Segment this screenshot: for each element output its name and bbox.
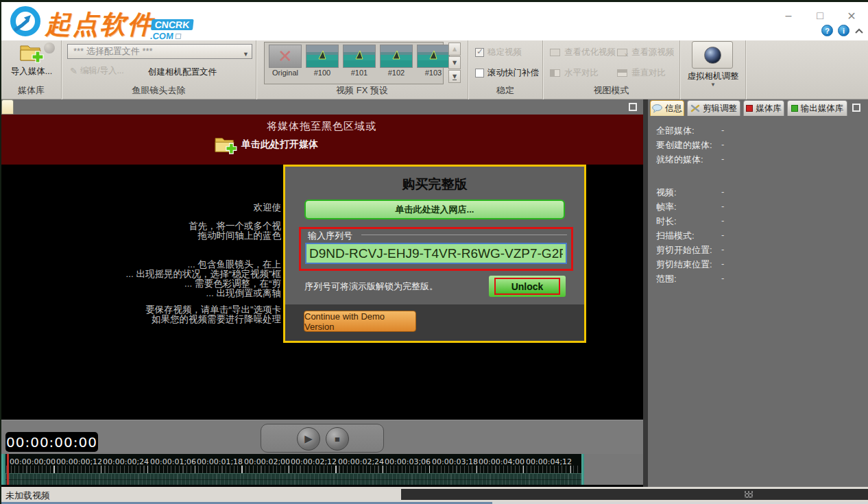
info-row: 帧率:- xyxy=(656,201,862,215)
welcome-line: 如果您的视频需要进行降噪处理 xyxy=(0,315,281,324)
panel-collapse-icon[interactable] xyxy=(852,104,860,112)
info-value: - xyxy=(721,187,724,201)
import-media-button[interactable]: 导入媒体... xyxy=(5,43,58,77)
profile-select-dropdown[interactable]: *** 选择配置文件 *** ▼ xyxy=(67,44,252,59)
info-row: 要创建的媒体:- xyxy=(656,139,862,154)
info-value: - xyxy=(721,215,724,230)
group-label-fisheye: 鱼眼镜头去除 xyxy=(62,84,256,97)
panel-splitter[interactable] xyxy=(643,99,648,487)
stop-button[interactable]: ■ xyxy=(326,427,349,451)
open-media-button[interactable]: 单击此处打开媒体 xyxy=(214,135,318,154)
brand-badge-bottom: .COM xyxy=(149,31,174,41)
preset-103[interactable]: #103 xyxy=(417,45,450,77)
titlebar: 起点软件 CNCRK .COM – □ ✕ ? i xyxy=(1,2,868,40)
web-shop-button[interactable]: 单击此处进入网店... xyxy=(304,200,565,219)
stabilize-video-checkbox[interactable]: 稳定视频 xyxy=(475,47,522,58)
timeline-end-marker[interactable] xyxy=(581,454,584,485)
create-camera-profile-button[interactable]: 创建相机配置文件 xyxy=(148,65,217,78)
timeline-ruler-ticks xyxy=(1,466,584,473)
info-value: - xyxy=(721,273,724,287)
continue-demo-label: Continue with Demo Version xyxy=(304,311,415,332)
preset-100[interactable]: #100 xyxy=(306,45,339,77)
serial-number-group: 输入序列号 xyxy=(299,227,573,271)
video-panel-tab[interactable] xyxy=(1,99,14,115)
purchase-dialog: 购买完整版 单击此处进入网店... 输入序列号 序列号可将演示版解锁为完整版。 … xyxy=(283,165,586,343)
ribbon-group-stabilize: 稳定视频 滚动快门补偿 稳定 xyxy=(468,40,543,99)
view-source-button[interactable]: 查看源视频 xyxy=(617,47,675,58)
side-panel-tabs: 信息 剪辑调整 媒体库 输出媒体库 xyxy=(648,100,868,116)
chevron-down-icon: ▼ xyxy=(680,82,746,88)
close-button[interactable]: ✕ xyxy=(838,8,865,24)
minimize-button[interactable]: – xyxy=(775,8,802,24)
tab-output-library[interactable]: 输出媒体库 xyxy=(787,100,847,116)
info-value: - xyxy=(721,139,724,154)
app-window: 起点软件 CNCRK .COM – □ ✕ ? i 导入媒体... xyxy=(0,0,868,504)
virtual-camera-button[interactable] xyxy=(692,41,733,69)
drop-media-band[interactable]: 将媒体拖至黑色区域或 单击此处打开媒体 xyxy=(0,115,643,165)
drop-hint-text: 将媒体拖至黑色区域或 xyxy=(0,120,643,133)
scroll-end-button[interactable]: ▼ xyxy=(448,70,461,83)
timeline-playhead[interactable] xyxy=(7,454,9,485)
info-row: 就绪的媒体:- xyxy=(656,154,862,168)
continue-demo-button[interactable]: Continue with Demo Version xyxy=(304,311,416,332)
welcome-line: 拖动时间轴上的蓝色 xyxy=(0,231,281,241)
unlock-button[interactable]: Unlock xyxy=(489,276,566,297)
tab-info[interactable]: 信息 xyxy=(650,100,684,116)
compare-vertical-button[interactable]: 垂直对比 xyxy=(617,67,666,79)
open-media-label: 单击此处打开媒体 xyxy=(241,139,318,151)
preset-label: #102 xyxy=(380,69,413,77)
timeline-track[interactable]: 00:00:00;00 00:00:00;12 00:00:00;24 00:0… xyxy=(1,454,584,485)
timeline-start-marker[interactable] xyxy=(1,454,5,485)
scroll-down-button[interactable]: ▼ xyxy=(448,56,461,69)
checkbox-checked-icon xyxy=(475,48,484,57)
view-optimized-button[interactable]: 查看优化视频 xyxy=(550,47,616,58)
preset-102[interactable]: #102 xyxy=(380,45,413,77)
video-panel-header xyxy=(0,99,643,115)
panel-maximize-icon[interactable] xyxy=(629,103,637,111)
group-label-media-library: 媒体库 xyxy=(1,84,61,97)
preset-original-thumbnail xyxy=(269,45,302,68)
preset-thumbnail xyxy=(380,45,413,68)
transport-controls: ▶ ■ xyxy=(261,424,384,453)
dialog-title: 购买完整版 xyxy=(285,176,584,193)
tab-info-label: 信息 xyxy=(665,103,682,115)
rolling-shutter-checkbox[interactable]: 滚动快门补偿 xyxy=(475,67,539,79)
help-icon[interactable]: ? xyxy=(821,25,833,36)
welcome-line: ... 出现倒置或离轴 xyxy=(0,289,281,298)
info-value: - xyxy=(721,154,724,168)
info-row: 全部媒体:- xyxy=(656,125,862,139)
info-value: - xyxy=(721,244,724,259)
info-icon[interactable]: i xyxy=(838,25,849,36)
collapse-ribbon-icon[interactable] xyxy=(854,27,864,34)
welcome-line: ... 需要色彩调整，在“剪 xyxy=(0,279,281,289)
rolling-shutter-label: 滚动快门补偿 xyxy=(487,67,539,79)
unlock-button-label: Unlock xyxy=(494,278,560,295)
maximize-button[interactable]: □ xyxy=(806,8,834,24)
tab-media-library[interactable]: 媒体库 xyxy=(743,100,784,116)
ribbon-group-view-mode: 查看优化视频 查看源视频 水平对比 垂直对比 视图模式 xyxy=(543,40,680,99)
compare-horizontal-button[interactable]: 水平对比 xyxy=(550,67,599,79)
preset-thumbnail xyxy=(417,45,450,68)
info-value: - xyxy=(721,201,724,215)
edit-import-label: 编辑/导入... xyxy=(80,65,124,77)
preset-original[interactable]: Original xyxy=(269,45,302,77)
tab-clip-adjust[interactable]: 剪辑调整 xyxy=(687,100,740,116)
edit-import-button[interactable]: ✎ 编辑/导入... xyxy=(70,65,124,77)
preset-strip: Original #100 #101 #102 #103 xyxy=(264,42,444,84)
info-label: 帧率: xyxy=(656,201,721,215)
view-optimized-label: 查看优化视频 xyxy=(564,47,616,58)
welcome-line: 首先，将一个或多个视 xyxy=(0,221,281,231)
scroll-up-button[interactable]: ▲ xyxy=(448,43,461,56)
info-row: 范围:- xyxy=(656,273,862,287)
info-label: 剪切开始位置: xyxy=(656,244,721,259)
serial-input[interactable] xyxy=(305,243,567,264)
monitor-icon xyxy=(550,49,560,56)
welcome-line: 欢迎使 xyxy=(0,203,281,213)
info-label: 扫描模式: xyxy=(656,230,721,244)
speech-bubble-icon xyxy=(652,104,662,113)
play-button[interactable]: ▶ xyxy=(297,427,320,451)
info-label: 剪切结束位置: xyxy=(656,259,721,273)
preset-101[interactable]: #101 xyxy=(343,45,376,77)
camera-lens-icon xyxy=(704,47,721,64)
drag-grip-icon[interactable] xyxy=(745,491,753,498)
